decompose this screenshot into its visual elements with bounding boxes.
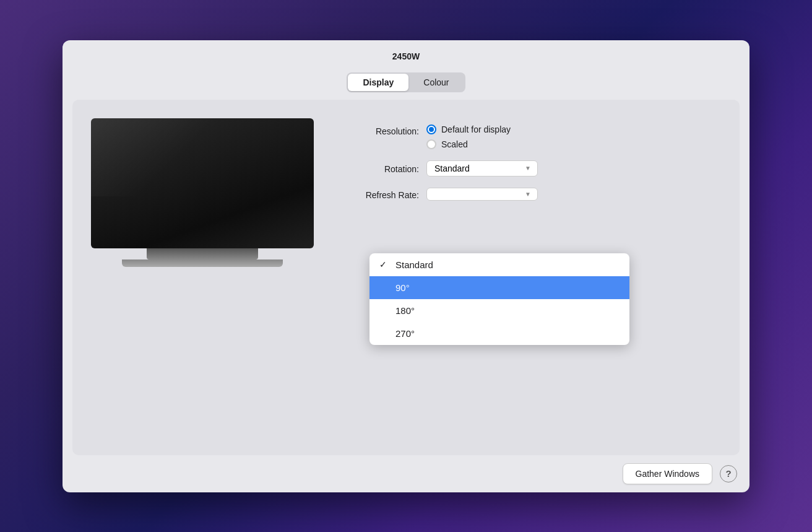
rotation-dropdown-popup: ✓ Standard 90° 180° 270° — [369, 253, 629, 345]
rotation-option-270[interactable]: 270° — [369, 322, 629, 345]
rotation-option-180[interactable]: 180° — [369, 299, 629, 322]
refresh-rate-label: Refresh Rate: — [351, 188, 419, 200]
chevron-down-icon: ▼ — [525, 165, 531, 172]
chevron-down-icon-2: ▼ — [525, 191, 531, 198]
monitor-section — [91, 118, 314, 267]
footer: Gather Windows ? — [63, 455, 749, 492]
rotation-current-value: Standard — [434, 164, 470, 173]
rotation-option-standard[interactable]: ✓ Standard — [369, 253, 629, 276]
display-settings-window: 2450W Display Colour Resolution: — [63, 40, 749, 492]
screen-glare — [91, 118, 225, 196]
resolution-radio-group: Default for display Scaled — [426, 124, 511, 149]
radio-scaled[interactable] — [426, 139, 436, 149]
resolution-scaled-label: Scaled — [441, 139, 468, 149]
radio-default[interactable] — [426, 124, 436, 134]
rotation-label: Rotation: — [351, 162, 419, 174]
titlebar: 2450W — [63, 40, 749, 72]
monitor-stand — [147, 248, 258, 259]
settings-section: Resolution: Default for display Scaled R… — [351, 118, 721, 212]
refresh-rate-dropdown-trigger[interactable]: ▼ — [426, 188, 538, 201]
tab-colour[interactable]: Colour — [408, 74, 464, 91]
resolution-row: Resolution: Default for display Scaled — [351, 124, 721, 149]
resolution-default-label: Default for display — [441, 124, 511, 134]
help-button[interactable]: ? — [720, 465, 737, 482]
resolution-default-option[interactable]: Default for display — [426, 124, 511, 134]
tabs-container: Display Colour — [63, 72, 749, 92]
tab-display[interactable]: Display — [348, 74, 408, 91]
monitor-image — [91, 118, 314, 248]
rotation-180-label: 180° — [395, 305, 415, 316]
resolution-label: Resolution: — [351, 124, 419, 136]
window-title: 2450W — [392, 51, 420, 61]
rotation-dropdown-trigger[interactable]: Standard ▼ — [426, 160, 538, 177]
refresh-rate-row: Refresh Rate: ▼ — [351, 188, 721, 201]
monitor-base — [122, 259, 283, 267]
content-area: Resolution: Default for display Scaled R… — [72, 100, 740, 455]
rotation-option-90[interactable]: 90° — [369, 276, 629, 299]
rotation-90-label: 90° — [395, 282, 410, 293]
resolution-scaled-option[interactable]: Scaled — [426, 139, 511, 149]
checkmark-icon: ✓ — [379, 259, 389, 269]
tab-group: Display Colour — [347, 72, 465, 92]
rotation-standard-label: Standard — [395, 259, 433, 270]
rotation-270-label: 270° — [395, 328, 415, 339]
rotation-row: Rotation: Standard ▼ — [351, 160, 721, 177]
gather-windows-button[interactable]: Gather Windows — [623, 463, 712, 484]
